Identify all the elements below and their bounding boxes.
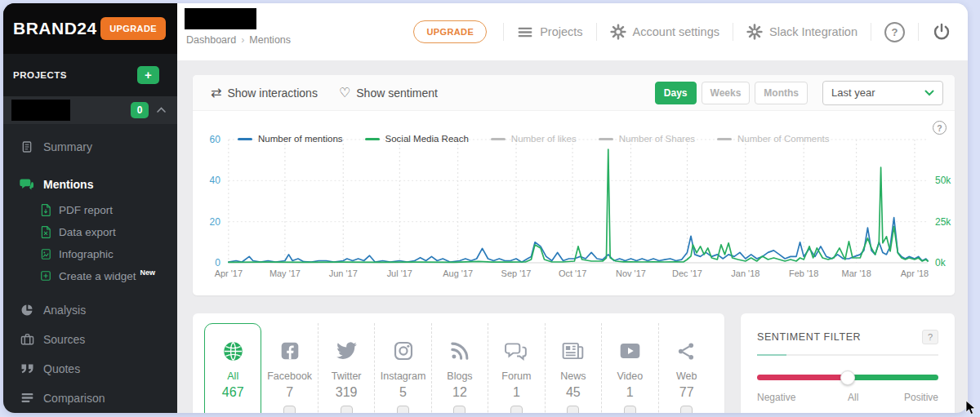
svg-text:Nov '17: Nov '17: [616, 268, 646, 278]
sentiment-filter-card: SENTIMENT FILTER ? Negative All Positive: [741, 313, 955, 413]
sidebar-item-summary[interactable]: Summary: [3, 132, 177, 162]
source-filter-news[interactable]: News45: [545, 323, 601, 413]
source-label: Forum: [501, 370, 531, 382]
sidebar-item-label: Mentions: [43, 178, 93, 191]
chart-help-icon[interactable]: ?: [933, 121, 947, 135]
period-days-button[interactable]: Days: [655, 82, 697, 104]
sidebar-upgrade-button[interactable]: UPGRADE: [100, 17, 166, 40]
source-filter-all[interactable]: All467: [204, 323, 261, 413]
breadcrumb-separator: ›: [241, 34, 244, 46]
date-range-select[interactable]: Last year: [822, 81, 943, 105]
logout-power-icon[interactable]: [932, 22, 951, 42]
document-icon: [20, 140, 34, 154]
sidebar-header: BRAND24 UPGRADE: [3, 3, 177, 54]
sentiment-negative-label: Negative: [757, 392, 795, 403]
source-count: 12: [452, 385, 467, 400]
show-interactions-toggle[interactable]: ⇄ Show interactions: [211, 87, 318, 100]
bottom-row: All467Facebook7Twitter319Instagram5Blogs…: [193, 313, 955, 413]
legend-label: Number of Shares: [619, 134, 695, 144]
legend-swatch: [599, 138, 613, 140]
widget-icon: [39, 270, 51, 282]
sidebar-item-quotes[interactable]: Quotes: [3, 354, 177, 384]
sentiment-track-positive[interactable]: [848, 375, 938, 380]
sidebar-item-label: Create a widget: [59, 270, 136, 282]
source-count: 45: [566, 385, 581, 400]
period-weeks-button[interactable]: Weeks: [702, 82, 751, 104]
mentions-count-badge: 0: [131, 102, 149, 118]
sentiment-help-icon[interactable]: ?: [922, 330, 938, 344]
source-checkbox[interactable]: [283, 406, 296, 413]
source-count: 1: [513, 385, 520, 400]
source-filter-web[interactable]: Web77: [658, 323, 715, 413]
show-sentiment-toggle[interactable]: ♡ Show sentiment: [339, 87, 438, 100]
svg-text:Mar '18: Mar '18: [842, 268, 871, 278]
svg-text:Apr '17: Apr '17: [215, 268, 243, 278]
sidebar-item-create-widget[interactable]: Create a widgetNew: [3, 265, 177, 287]
legend-swatch: [491, 138, 506, 140]
sentiment-slider-handle[interactable]: [840, 370, 855, 385]
breadcrumb: Dashboard › Mentions: [186, 34, 291, 46]
add-project-button[interactable]: +: [137, 66, 159, 84]
help-icon[interactable]: ?: [884, 22, 905, 42]
sidebar-item-infographic[interactable]: Infographic: [3, 243, 177, 265]
topbar-upgrade-button[interactable]: UPGRADE: [413, 20, 487, 43]
legend-label: Number of likes: [511, 134, 577, 144]
svg-text:25k: 25k: [935, 216, 951, 228]
legend-item-number-of-likes[interactable]: Number of likes: [491, 134, 577, 144]
topbar-item-projects[interactable]: Projects: [517, 24, 582, 40]
source-filter-facebook[interactable]: Facebook7: [261, 323, 317, 413]
source-filter-instagram[interactable]: Instagram5: [374, 323, 430, 413]
topbar-item-slack-integration[interactable]: Slack Integration: [746, 24, 858, 40]
content-area: ⇄ Show interactions ♡ Show sentiment Day…: [177, 60, 968, 413]
source-label: Blogs: [447, 370, 472, 382]
chevron-up-icon[interactable]: [157, 107, 166, 113]
legend-item-number-of-comments[interactable]: Number of Comments: [717, 134, 829, 144]
sidebar-item-mentions[interactable]: Mentions: [3, 170, 177, 199]
source-filter-blogs[interactable]: Blogs12: [431, 323, 488, 413]
legend-item-number-of-shares[interactable]: Number of Shares: [599, 134, 695, 144]
breadcrumb-mentions[interactable]: Mentions: [249, 34, 291, 46]
legend-swatch: [365, 138, 380, 140]
period-months-button[interactable]: Months: [755, 82, 808, 104]
show-interactions-label: Show interactions: [227, 87, 318, 100]
source-checkbox[interactable]: [567, 406, 579, 413]
topbar-item-account-settings[interactable]: Account settings: [610, 24, 719, 40]
redacted-project-name: [11, 100, 70, 121]
source-checkbox[interactable]: [624, 406, 636, 413]
breadcrumb-dashboard[interactable]: Dashboard: [186, 34, 236, 46]
legend-item-number-of-mentions[interactable]: Number of mentions: [238, 134, 343, 144]
source-filter-forum[interactable]: Forum1: [488, 323, 544, 413]
sentiment-track-negative[interactable]: [757, 375, 848, 380]
sidebar-nav: SummaryMentionsPDF reportData exportInfo…: [3, 124, 177, 413]
source-checkbox[interactable]: [680, 406, 693, 413]
chart-legend: Number of mentionsSocial Media ReachNumb…: [238, 134, 830, 144]
legend-label: Number of Comments: [737, 134, 829, 144]
source-checkbox[interactable]: [453, 406, 466, 413]
sidebar-item-data-export[interactable]: Data export: [3, 221, 177, 243]
new-badge: New: [140, 268, 156, 277]
project-row[interactable]: 0: [3, 96, 177, 124]
source-filter-twitter[interactable]: Twitter319: [318, 323, 374, 413]
image-icon: [39, 248, 51, 260]
forum-icon: [505, 339, 528, 362]
sentiment-slider[interactable]: [757, 370, 938, 385]
topbar-item-label: Slack Integration: [769, 25, 858, 38]
source-checkbox[interactable]: [341, 406, 353, 413]
sidebar-item-sources[interactable]: Sources: [3, 325, 177, 354]
source-filter-video[interactable]: Video1: [601, 323, 657, 413]
sidebar-item-comparison[interactable]: Comparison: [3, 384, 177, 413]
sidebar-item-analysis[interactable]: Analysis: [3, 295, 177, 325]
svg-text:60: 60: [210, 134, 221, 145]
sidebar-item-label: Quotes: [43, 362, 80, 375]
source-checkbox[interactable]: [510, 406, 523, 413]
svg-text:0: 0: [215, 257, 220, 268]
legend-item-social-media-reach[interactable]: Social Media Reach: [365, 134, 469, 144]
sidebar-item-pdf-report[interactable]: PDF report: [3, 199, 177, 221]
source-checkbox[interactable]: [397, 406, 409, 413]
source-label: Video: [617, 370, 643, 382]
share-icon: [675, 339, 698, 362]
legend-swatch: [238, 138, 252, 140]
redacted-header-text: [185, 8, 256, 29]
svg-text:Aug '17: Aug '17: [443, 268, 473, 278]
topbar: Dashboard › Mentions UPGRADE ProjectsAcc…: [177, 3, 968, 60]
